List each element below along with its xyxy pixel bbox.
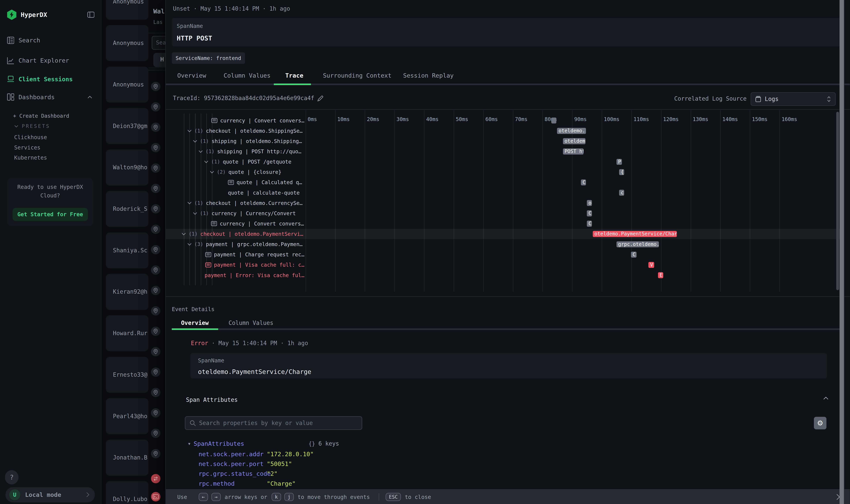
trace-row-name[interactable]: payment | Error: Visa cache ful… (193, 270, 304, 280)
location-pin-icon[interactable] (151, 367, 160, 377)
chevron-down-icon[interactable] (193, 140, 197, 143)
session-list-item[interactable]: Anonymous (106, 67, 148, 103)
trace-span-bar[interactable]: C (581, 179, 586, 185)
trace-row-name[interactable]: (1)shipping | POST http://quo… (198, 146, 304, 157)
chevron-down-icon[interactable] (193, 212, 197, 215)
local-mode-menu[interactable]: U Local mode (5, 487, 95, 502)
location-pin-icon[interactable] (151, 123, 160, 132)
trace-row-name[interactable]: (1)shipping | oteldemo.Shipping… (193, 136, 304, 146)
edit-pencil-icon[interactable] (318, 95, 323, 101)
trace-row-name[interactable]: (1)currency | Currency/Convert (193, 208, 304, 218)
sidebar-preset-services[interactable]: Services (14, 144, 40, 151)
session-list-item[interactable]: Pearl43@ho (106, 398, 148, 434)
attribute-key[interactable]: rpc.grpc.status_code (198, 470, 267, 477)
session-list-item[interactable]: Shaniya.Sc (106, 232, 148, 268)
waterfall-scrollbar-thumb[interactable] (836, 112, 839, 290)
session-list-item[interactable]: Anonymous (106, 25, 148, 61)
location-pin-icon[interactable] (151, 163, 160, 173)
help-button[interactable]: ? (5, 470, 18, 484)
navigation-event-icon[interactable] (151, 474, 160, 483)
trace-span-bar[interactable]: oteldemo (563, 138, 585, 144)
trace-row-name[interactable]: payment | Visa cache full: c… (193, 260, 304, 270)
event-tab-column-values[interactable]: Column Values (229, 320, 273, 326)
location-pin-icon[interactable] (151, 266, 160, 275)
location-pin-icon[interactable] (151, 184, 160, 193)
attribute-search-input[interactable] (199, 420, 346, 426)
trace-span-bar[interactable]: C (587, 210, 592, 216)
trace-span-bar[interactable]: E (658, 272, 664, 278)
session-list-item[interactable]: Ernesto33@ (106, 357, 148, 393)
sidebar-item-dashboards[interactable]: Dashboards (0, 90, 101, 104)
trace-row-name[interactable]: (2)quote | {closure} (210, 167, 305, 177)
attribute-key[interactable]: net.sock.peer.addr (198, 451, 267, 457)
chevron-down-icon[interactable] (187, 202, 192, 204)
highlighted-event-button[interactable]: H (153, 53, 165, 67)
trace-span-bar[interactable]: C (587, 221, 592, 227)
trace-row-name[interactable]: payment | Charge request rec… (193, 249, 304, 260)
location-pin-icon[interactable] (151, 306, 160, 316)
chevron-down-icon[interactable] (187, 243, 192, 246)
event-tab-overview[interactable]: Overview (181, 320, 209, 326)
scrollbar-track[interactable] (839, 0, 845, 504)
chevron-down-icon[interactable] (187, 130, 192, 132)
location-pin-icon[interactable] (151, 143, 160, 152)
trace-row-name[interactable]: quote | calculate-quote (215, 187, 304, 198)
session-list-item[interactable]: Walton9@ho (106, 149, 148, 185)
trace-span-bar[interactable]: V (648, 262, 654, 268)
sidebar-item-search[interactable]: Search (0, 33, 101, 48)
location-pin-icon[interactable] (151, 327, 160, 336)
tab-surrounding-context[interactable]: Surrounding Context (323, 72, 392, 79)
trace-row-name[interactable]: (1)quote | POST /getquote (204, 157, 304, 167)
sidebar-item-client-sessions[interactable]: Client Sessions (0, 72, 101, 86)
trace-span-bar[interactable]: oteldemo. (557, 128, 586, 134)
sidebar-preset-clickhouse[interactable]: Clickhouse (14, 134, 47, 140)
tab-session-replay[interactable]: Session Replay (403, 72, 454, 79)
log-source-select[interactable]: Logs (750, 92, 836, 106)
collapse-sidebar-icon[interactable] (87, 12, 94, 18)
trace-span-bar[interactable]: c (619, 190, 624, 196)
location-pin-icon[interactable] (151, 224, 160, 234)
trace-row-name[interactable]: (1)checkout | oteldemo.ShippingSe… (187, 126, 305, 136)
attribute-key[interactable]: rpc.method (198, 480, 267, 487)
span-attributes-root[interactable]: ▾ SpanAttributes {} 6 keys (188, 440, 339, 447)
trace-row-name[interactable]: (1)checkout | oteldemo.CurrencySe… (187, 198, 305, 208)
chevron-down-icon[interactable] (210, 171, 214, 174)
trace-row-name[interactable]: currency | Convert convers… (204, 115, 304, 126)
session-list-item[interactable]: Kieran92@h (106, 274, 148, 310)
location-pin-icon[interactable] (151, 82, 160, 91)
trace-span-bar[interactable]: o (587, 200, 592, 206)
location-pin-icon[interactable] (151, 429, 160, 438)
session-list-item[interactable]: Howard.Rur (106, 315, 148, 351)
sidebar-item-chart-explorer[interactable]: Chart Explorer (0, 54, 101, 68)
trace-span-bar[interactable] (551, 118, 556, 124)
create-dashboard-button[interactable]: + Create Dashboard (13, 113, 69, 119)
trace-span-bar[interactable]: oteldemo.PaymentService/Char (593, 231, 677, 237)
trace-row-name[interactable]: currency | Convert convers… (198, 218, 304, 229)
service-name-chip[interactable]: ServiceName: frontend (172, 52, 245, 64)
location-pin-icon[interactable] (151, 204, 160, 214)
trace-span-bar[interactable]: POST ht (563, 148, 584, 154)
collapse-section-icon[interactable] (823, 397, 829, 400)
tab-column-values[interactable]: Column Values (223, 72, 271, 79)
chevron-down-icon[interactable] (182, 233, 186, 235)
presets-toggle[interactable]: PRESETS (14, 123, 50, 129)
location-pin-icon[interactable] (151, 347, 160, 356)
trace-row-name[interactable]: quote | Calculated q… (215, 177, 304, 187)
chevron-down-icon[interactable] (204, 160, 209, 163)
session-list-item[interactable]: Deion37@gm (106, 108, 148, 144)
location-pin-icon[interactable] (151, 388, 160, 397)
session-list-item[interactable]: Anonymous (106, 0, 148, 20)
trace-span-bar[interactable]: grpc.oteldemo. (616, 241, 659, 247)
session-list-item[interactable]: Roderick_S (106, 191, 148, 227)
attribute-key[interactable]: net.sock.peer.port (198, 461, 267, 467)
gear-icon[interactable]: ⚙ (814, 417, 827, 429)
trace-row-name[interactable]: (3)payment | grpc.oteldemo.Paymen… (187, 239, 305, 249)
get-started-button[interactable]: Get Started for Free (13, 208, 88, 221)
scrollbar-thumb[interactable] (839, 0, 844, 504)
tab-overview[interactable]: Overview (177, 72, 206, 79)
location-pin-icon[interactable] (151, 408, 160, 417)
console-error-icon[interactable] (151, 492, 160, 501)
trace-span-bar[interactable]: P (616, 159, 622, 165)
trace-row-name[interactable]: (1)checkout | oteldemo.PaymentServi… (182, 229, 304, 239)
session-list-item[interactable]: Dolly.Lubo (106, 481, 148, 504)
